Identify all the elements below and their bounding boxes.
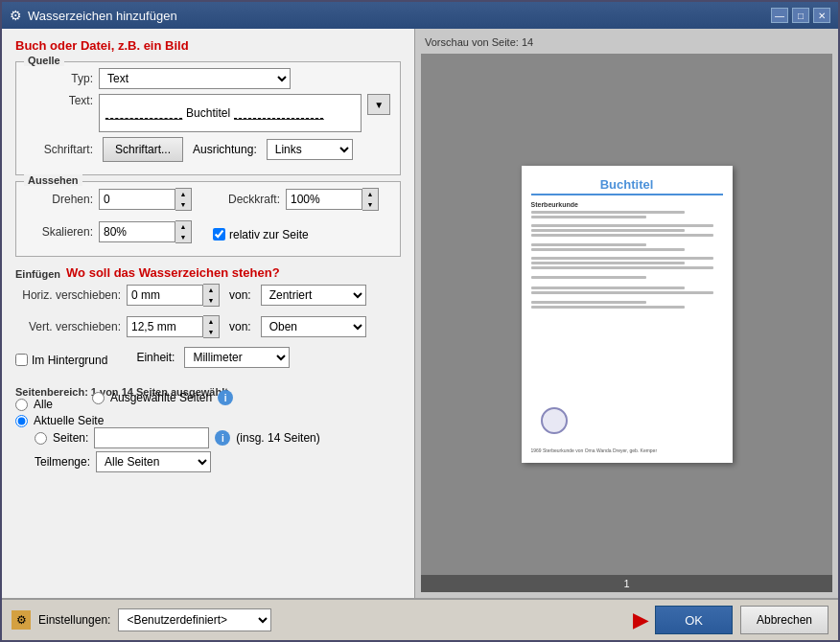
deckkraft-input[interactable] bbox=[286, 189, 362, 210]
drehen-label: Drehen: bbox=[26, 193, 93, 206]
einfuegen-annotation: Wo soll das Wasserzeichen stehen? bbox=[66, 265, 280, 280]
seiten-hint: (insg. 14 Seiten) bbox=[236, 431, 319, 445]
typ-label: Typ: bbox=[26, 72, 93, 85]
maximize-button[interactable]: □ bbox=[792, 8, 809, 23]
vert-arrows: ▲ ▼ bbox=[203, 315, 220, 338]
vert-von-row: von: Oben Mitte Unten bbox=[229, 315, 401, 338]
text-value: Buchtitel bbox=[186, 106, 230, 120]
aktuelle-label: Aktuelle Seite bbox=[34, 414, 104, 427]
seiten-info-icon[interactable]: i bbox=[215, 430, 230, 446]
vert-von-select[interactable]: Oben Mitte Unten bbox=[261, 316, 366, 337]
text-menu-button[interactable]: ▼ bbox=[367, 94, 390, 115]
vert-down[interactable]: ▼ bbox=[203, 327, 219, 337]
horiz-down[interactable]: ▼ bbox=[203, 295, 219, 306]
preview-buchtitel: Buchtitel bbox=[531, 177, 723, 195]
hintergrund-label: Im Hintergrund bbox=[32, 354, 107, 367]
seitenbereich-section: Seitenbereich: 1 von 14 Seiten ausgewähl… bbox=[15, 382, 401, 472]
vert-input[interactable] bbox=[127, 316, 203, 337]
deckkraft-arrows: ▲ ▼ bbox=[362, 188, 379, 211]
drehen-input[interactable] bbox=[99, 189, 175, 210]
preview-page-num: 1 bbox=[623, 578, 629, 589]
einheit-select[interactable]: Millimeter Zoll Pixel bbox=[184, 347, 290, 368]
vert-von-label: von: bbox=[229, 320, 251, 333]
deckkraft-row: Deckkraft: ▲ ▼ bbox=[213, 188, 390, 211]
hintergrund-checkbox[interactable] bbox=[15, 354, 28, 366]
preview-footer: 1969 Sterbeurkunde von Oma Wanda Dreyer,… bbox=[531, 447, 723, 453]
ausgewaehlte-radio[interactable] bbox=[92, 392, 105, 404]
aussehen-title: Aussehen bbox=[24, 174, 82, 186]
skalieren-arrows: ▲ ▼ bbox=[175, 220, 192, 243]
aussehen-grid: Drehen: ▲ ▼ Deckkraft: bbox=[26, 188, 390, 248]
deckkraft-spinner: ▲ ▼ bbox=[286, 188, 379, 211]
seiten-radio[interactable] bbox=[35, 432, 47, 445]
drehen-up[interactable]: ▲ bbox=[175, 189, 191, 199]
text-display: ____________ Buchtitel ______________ bbox=[99, 94, 362, 132]
typ-select[interactable]: Text Bild Datei bbox=[99, 68, 291, 89]
alle-radio[interactable] bbox=[15, 399, 28, 411]
preview-page: Buchtitel Sterbeurkunde bbox=[522, 166, 733, 463]
preview-nav: 1 bbox=[421, 575, 832, 592]
drehen-down[interactable]: ▼ bbox=[175, 199, 191, 210]
quelle-group: Quelle Typ: Text Bild Datei Text: ______… bbox=[15, 61, 401, 175]
einheit-row: Einheit: Millimeter Zoll Pixel bbox=[136, 347, 290, 368]
einheit-label: Einheit: bbox=[136, 351, 175, 364]
relativ-checkbox[interactable] bbox=[213, 228, 225, 241]
teilmenge-row: Teilmenge: Alle Seiten Gerade Seiten Ung… bbox=[35, 451, 401, 472]
horiz-input[interactable] bbox=[127, 285, 203, 306]
einfuegen-section: Einfügen Wo soll das Wasserzeichen stehe… bbox=[15, 264, 401, 373]
horiz-row: Horiz. verschieben: ▲ ▼ bbox=[15, 284, 220, 307]
ausrichtung-select[interactable]: Links Mitte Rechts bbox=[267, 139, 353, 160]
seiten-input[interactable] bbox=[94, 427, 209, 448]
horiz-label: Horiz. verschieben: bbox=[15, 288, 121, 302]
teilmenge-select[interactable]: Alle Seiten Gerade Seiten Ungerade Seite… bbox=[96, 451, 211, 472]
horiz-up[interactable]: ▲ bbox=[203, 285, 219, 295]
typ-row: Typ: Text Bild Datei bbox=[26, 68, 390, 89]
preview-area: Buchtitel Sterbeurkunde bbox=[421, 54, 832, 575]
deckkraft-down[interactable]: ▼ bbox=[362, 199, 378, 210]
window-icon: ⚙ bbox=[10, 8, 22, 23]
vert-spinner: ▲ ▼ bbox=[127, 315, 220, 338]
skalieren-down[interactable]: ▼ bbox=[175, 232, 191, 242]
preview-doc-content: Sterbeurkunde bbox=[531, 201, 723, 309]
einfuegen-label: Einfügen bbox=[15, 268, 60, 280]
ausrichtung-label: Ausrichtung: bbox=[193, 143, 257, 156]
left-panel: Buch oder Datei, z.B. ein Bild Quelle Ty… bbox=[2, 29, 414, 598]
window-title: Wasserzeichen hinzufügen bbox=[28, 9, 765, 23]
deckkraft-up[interactable]: ▲ bbox=[362, 189, 378, 199]
top-annotation: Buch oder Datei, z.B. ein Bild bbox=[15, 38, 401, 53]
aktuelle-option: Aktuelle Seite bbox=[15, 414, 401, 427]
settings-label: Einstellungen: bbox=[38, 613, 110, 627]
top-annotation-text: Buch oder Datei, z.B. ein Bild bbox=[15, 38, 189, 53]
teilmenge-label: Teilmenge: bbox=[35, 455, 90, 469]
close-button[interactable]: ✕ bbox=[813, 8, 830, 23]
skalieren-row: Skalieren: ▲ ▼ bbox=[26, 220, 203, 243]
schriftart-button[interactable]: Schriftart... bbox=[103, 137, 183, 162]
position-grid: Horiz. verschieben: ▲ ▼ von: bbox=[15, 284, 401, 343]
text-label: Text: bbox=[26, 94, 93, 107]
main-window: ⚙ Wasserzeichen hinzufügen — □ ✕ Buch od… bbox=[0, 0, 840, 642]
aktuelle-radio[interactable] bbox=[15, 415, 28, 427]
skalieren-input[interactable] bbox=[99, 221, 175, 242]
ausgewaehlte-option: Ausgewählte Seiten i bbox=[92, 390, 233, 405]
horiz-von-row: von: Zentriert Links Rechts bbox=[229, 284, 401, 307]
seiten-label: Seiten: bbox=[53, 431, 88, 445]
cancel-button[interactable]: Abbrechen bbox=[740, 606, 828, 634]
preview-stamp bbox=[541, 407, 568, 434]
settings-select[interactable]: <Benutzerdefiniert> bbox=[118, 608, 271, 631]
drehen-spinner: ▲ ▼ bbox=[99, 188, 192, 211]
vert-up[interactable]: ▲ bbox=[203, 316, 219, 327]
relativ-label: relativ zur Seite bbox=[229, 228, 309, 241]
right-panel: Vorschau von Seite: 14 Buchtitel Sterbeu… bbox=[414, 29, 838, 598]
horiz-von-select[interactable]: Zentriert Links Rechts bbox=[261, 285, 366, 306]
deckkraft-label: Deckkraft: bbox=[213, 193, 280, 206]
titlebar: ⚙ Wasserzeichen hinzufügen — □ ✕ bbox=[2, 2, 838, 29]
vert-label: Vert. verschieben: bbox=[15, 320, 121, 333]
ausgewaehlte-info-icon[interactable]: i bbox=[218, 390, 233, 405]
ok-button[interactable]: OK bbox=[655, 606, 733, 634]
hintergrund-row: Im Hintergrund bbox=[15, 354, 107, 367]
minimize-button[interactable]: — bbox=[771, 8, 788, 23]
aussehen-group: Aussehen Drehen: ▲ ▼ bbox=[15, 181, 401, 257]
skalieren-up[interactable]: ▲ bbox=[175, 221, 191, 232]
text-row: Text: ____________ Buchtitel ___________… bbox=[26, 94, 390, 132]
alle-label: Alle bbox=[34, 398, 53, 411]
